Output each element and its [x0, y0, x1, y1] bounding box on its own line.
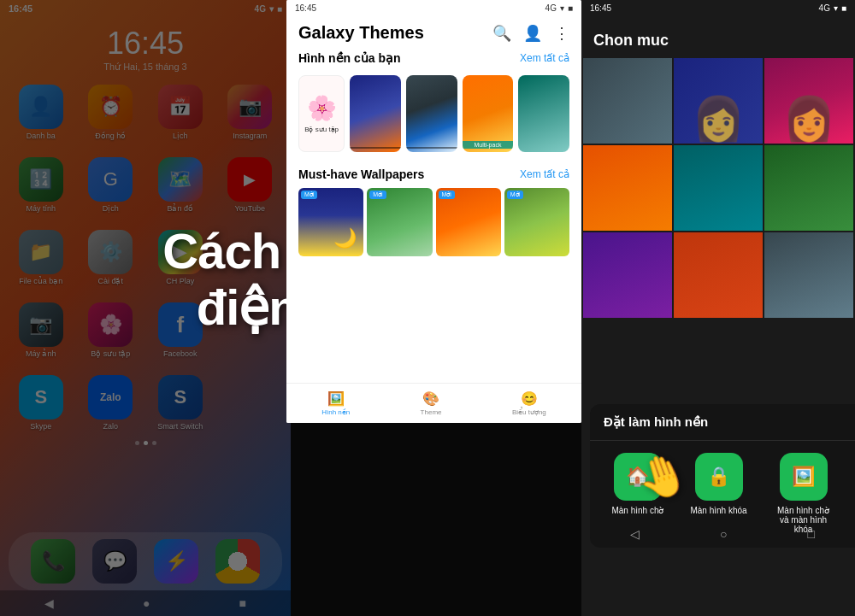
gt-wp3-badge: Multi-pack: [463, 141, 514, 149]
rp-time: 16:45: [590, 3, 611, 13]
gt-bst-icon: 🌸: [307, 94, 337, 122]
gt-theme-icon: 🎨: [422, 390, 439, 407]
swp-home-label: Màn hình chờ: [611, 506, 663, 515]
gt-tab-wallpaper-label: Hình nền: [321, 408, 350, 416]
gt-must-header: Must-have Wallpapers Xem tất cả: [298, 167, 569, 181]
gt-must-title: Must-have Wallpapers: [298, 167, 424, 181]
gt-bst-item[interactable]: 🌸 Bộ sưu tập: [298, 75, 345, 152]
swp-home-btn[interactable]: ○: [720, 527, 727, 541]
rp-wifi: ▾: [834, 3, 838, 13]
rp-cell-4[interactable]: [583, 145, 672, 231]
rp-image-grid: [581, 58, 855, 318]
rp-title: Chon muc: [581, 16, 855, 58]
gt-wp2-badge: [406, 147, 457, 149]
gt-must-item-2[interactable]: Mới: [367, 188, 432, 256]
rp-cell-7[interactable]: [583, 232, 672, 318]
gt-must-viewall[interactable]: Xem tất cả: [520, 168, 569, 180]
rp-cell-1[interactable]: [583, 58, 672, 144]
rp-cell-6[interactable]: [764, 145, 853, 231]
rp-signal: 4G: [819, 3, 830, 13]
gt-header: Galaxy Themes 🔍 👤 ⋮: [286, 16, 581, 48]
gt-bst-label: Bộ sưu tập: [304, 126, 339, 133]
gt-wp-item-1[interactable]: [350, 75, 401, 152]
gt-must-section: Must-have Wallpapers Xem tất cả Mới Mới …: [286, 159, 581, 261]
gt-time: 16:45: [295, 3, 316, 13]
swp-nav-bar: ◁ ○ □: [590, 520, 855, 548]
gt-section1-header: Hình nền của bạn Xem tất cả: [286, 48, 581, 68]
set-wallpaper-popup: Đặt làm hình nền 🏠 Màn hình chờ 🔒 Màn hì…: [590, 404, 855, 548]
gt-must-item-1[interactable]: Mới: [298, 188, 363, 256]
gt-bottom-tabs: 🖼️ Hình nền 🎨 Theme 😊 Biểu tượng: [286, 383, 581, 423]
swp-title: Đặt làm hình nền: [590, 414, 855, 441]
gt-tab-icon[interactable]: 😊 Biểu tượng: [512, 390, 546, 416]
gt-status-bar: 16:45 4G ▾ ■: [286, 0, 581, 16]
rp-cell-5[interactable]: [674, 145, 763, 231]
gt-must-badge-2: Mới: [369, 191, 386, 199]
gt-signal: 4G: [545, 3, 557, 13]
gt-account-icon[interactable]: 👤: [523, 24, 542, 43]
gt-tab-icon-label: Biểu tượng: [512, 408, 546, 416]
gt-wallpapers-row: 🌸 Bộ sưu tập Multi-pack: [286, 68, 581, 159]
gt-must-grid: Mới Mới Mới Mới: [298, 188, 569, 256]
rp-cell-2[interactable]: [674, 58, 763, 144]
gt-section1-title: Hình nền của bạn: [298, 51, 401, 65]
rp-title-text: Chon muc: [593, 32, 669, 49]
swp-lock-label: Màn hình khóa: [690, 506, 746, 515]
swp-lock-icon: 🔒: [695, 453, 743, 501]
gt-icon-tab-icon: 😊: [521, 390, 538, 407]
gt-status-icons: 4G ▾ ■: [545, 3, 573, 13]
gt-must-badge-4: Mới: [507, 191, 523, 199]
rp-cell-8[interactable]: [674, 232, 763, 318]
galaxy-themes-panel: 16:45 4G ▾ ■ Galaxy Themes 🔍 👤 ⋮ Hình nề…: [286, 0, 581, 423]
rp-cell-3[interactable]: [764, 58, 853, 144]
swp-title-text: Đặt làm hình nền: [604, 414, 708, 429]
rp-cell-9[interactable]: [764, 232, 853, 318]
gt-tab-theme[interactable]: 🎨 Theme: [421, 390, 442, 416]
gt-wp-item-4[interactable]: [518, 75, 569, 152]
gt-must-badge-1: Mới: [301, 191, 317, 199]
gt-must-item-3[interactable]: Mới: [436, 188, 501, 256]
gt-wp1-badge: [350, 147, 401, 149]
gt-wallpaper-icon: 🖼️: [327, 390, 345, 407]
right-panel: 16:45 4G ▾ ■ Chon muc Đặt làm hình nền 🏠…: [581, 0, 855, 616]
gt-tab-wallpaper[interactable]: 🖼️ Hình nền: [321, 390, 350, 416]
gt-section1-viewall[interactable]: Xem tất cả: [520, 52, 569, 64]
gt-more-icon[interactable]: ⋮: [554, 24, 569, 43]
gt-header-icons: 🔍 👤 ⋮: [492, 24, 569, 43]
swp-both-icon: 🖼️: [780, 453, 828, 501]
gt-must-item-4[interactable]: Mới: [504, 188, 569, 256]
rp-battery: ■: [841, 3, 846, 13]
rp-status-icons: 4G ▾ ■: [819, 3, 846, 13]
swp-recents-btn[interactable]: □: [808, 527, 815, 541]
gt-tab-theme-label: Theme: [421, 408, 442, 416]
gt-must-badge-3: Mới: [439, 191, 455, 199]
gt-app-title: Galaxy Themes: [298, 23, 424, 43]
gt-wp-item-2[interactable]: [406, 75, 457, 152]
gt-wifi: ▾: [560, 3, 564, 13]
swp-back-btn[interactable]: ◁: [630, 527, 640, 541]
gt-battery: ■: [568, 3, 573, 13]
gt-wp-item-3[interactable]: Multi-pack: [463, 75, 514, 152]
rp-status-bar: 16:45 4G ▾ ■: [581, 0, 855, 16]
gt-search-icon[interactable]: 🔍: [492, 24, 511, 43]
